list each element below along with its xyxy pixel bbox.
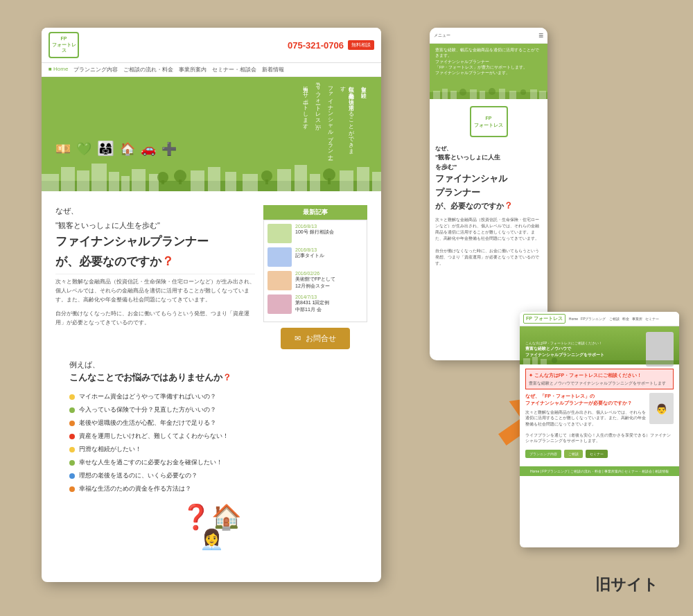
hamburger-icon[interactable]: ≡ (538, 30, 543, 40)
mobile-main-title: なぜ、 "観客といっしょに人生を歩む" ファイナンシャルプランナー が、必要なの… (430, 145, 547, 213)
bullet-1 (69, 394, 75, 400)
hero-text-1: 豊富な経験、 (359, 82, 367, 159)
old-site-hero: こんな方はFP・フォートレスにご相談ください！ 豊富な経験とノウハウでファイナン… (520, 326, 679, 364)
hero-cross-icon: ➕ (161, 141, 177, 157)
old-red-promo-box: ✦ こんな方はFP・フォートレスにご相談ください！ 豊富な経験とノウハウでファイ… (525, 369, 674, 389)
why-title-line3: ファイナンシャルプランナー (55, 234, 255, 250)
character-illustration: ❓🏠 👩‍💼 (69, 500, 353, 551)
news-date-1: 2016/8/13 (295, 224, 334, 229)
worries-heading: 例えば、 こんなことでお悩みではありませんか？ (69, 360, 353, 384)
old-site-nav: Home FPプランニング ご相談 料金 事業所 セミナー (569, 317, 659, 321)
why-body-text: 次々と難解な金融商品（投資信託・生命保険・住宅ローンなど）が生み出され、個人レベ… (55, 278, 255, 304)
bullet-4 (69, 434, 75, 439)
svg-point-45 (552, 358, 557, 363)
svg-rect-35 (499, 89, 505, 99)
contact-btn-wrap: ✉ お問合せ (263, 328, 367, 349)
svg-rect-20 (295, 165, 307, 191)
news-item-4[interactable]: 2014/7/13 第8431 1回定例中部11月 会 (267, 294, 363, 314)
old-nav-home[interactable]: Home (569, 317, 578, 321)
svg-rect-44 (541, 359, 547, 364)
example-line1: 例えば、 (69, 360, 353, 370)
mobile-menu-text: メニュー (434, 33, 450, 39)
nav-planning[interactable]: プランニング内容 (73, 66, 118, 73)
nav-info[interactable]: 新着情報 (262, 66, 284, 73)
worry-7: 理想の老後を送るのに、いくら必要なの？ (69, 471, 353, 480)
hero-house-icon: 🏠 (120, 141, 135, 157)
svg-rect-19 (277, 169, 291, 191)
news-thumb-1 (267, 224, 292, 243)
news-date-4: 2014/7/13 (295, 294, 329, 299)
bullet-3 (69, 421, 75, 426)
old-site-screenshot: FP フォートレス Home FPプランニング ご相談 料金 事業所 セミナー … (520, 312, 679, 547)
bullet-2 (69, 407, 75, 413)
svg-rect-3 (77, 170, 89, 191)
hero-text-3: ファイナンシャルプランナー (326, 82, 334, 159)
worry-4: 資産を運用したいけれど、難しくてよくわからない！ (69, 432, 353, 441)
old-footer-links: プランニング内容 ご相談 セミナー (525, 450, 674, 458)
news-date-3: 2016/02/26 (295, 271, 335, 276)
hero-text-5: 豊力にサポートします。 (301, 82, 309, 159)
old-nav-seminar[interactable]: セミナー (645, 317, 659, 321)
old-nav-office[interactable]: 事業所 (632, 317, 642, 321)
mobile-skyline (430, 85, 547, 99)
svg-rect-33 (480, 91, 485, 99)
free-consult-button[interactable]: 無料相談 (348, 40, 374, 50)
old-nav-fp[interactable]: FPプランニング (581, 317, 606, 321)
mobile-body-text: 次々と難解な金融商品（投資信託・生命保険・住宅ローンなど）が生み出され、個人レベ… (430, 213, 547, 271)
svg-rect-24 (340, 170, 353, 191)
worry-1: マイホーム資金はどうやって準備すればいいの？ (69, 392, 353, 401)
why-title-line1: なぜ、 (55, 205, 255, 217)
mobile-hero-text: 豊富な経験、幅広な金融商品を適切に活用することができます。 ファイナンシャルプラ… (435, 47, 542, 76)
news-item-3[interactable]: 2016/02/26 美術館でFPとして12月例会スター (267, 271, 363, 290)
svg-rect-15 (225, 172, 236, 191)
svg-rect-13 (191, 170, 204, 191)
bullet-6 (69, 460, 75, 466)
news-thumb-4 (267, 294, 292, 314)
old-nav-fee[interactable]: 料金 (622, 317, 629, 321)
svg-rect-38 (530, 89, 537, 99)
svg-rect-23 (328, 178, 331, 184)
news-item-1[interactable]: 2016/8/13 100号 銀行相談会 (267, 224, 363, 243)
old-site-footer: Home | FPプランニング | ご相談の流れ・料金 | 事業所案内 | セミ… (520, 466, 679, 476)
old-person-image: 👨 (649, 393, 674, 424)
svg-rect-26 (372, 172, 381, 191)
main-site-screenshot: FPフォートレス 075-321-0706 無料相談 ■ Home プランニング… (42, 28, 381, 582)
svg-rect-8 (149, 174, 159, 191)
svg-rect-29 (442, 89, 448, 99)
worry-8: 幸福な生活のための資金を作る方法は？ (69, 484, 353, 493)
nav-home[interactable]: ■ Home (49, 66, 68, 73)
site-header: FPフォートレス 075-321-0706 無料相談 (42, 28, 381, 63)
svg-rect-14 (208, 167, 220, 191)
old-planning-button[interactable]: プランニング内容 (525, 450, 561, 458)
svg-rect-43 (532, 357, 538, 364)
svg-rect-1 (42, 174, 59, 191)
nav-seminar[interactable]: セミナー・相談会 (212, 66, 256, 73)
news-thumb-3 (267, 271, 292, 290)
hero-people-icon: 👨‍👩‍👧 (97, 140, 114, 157)
old-nav-consult[interactable]: ご相談 (609, 317, 620, 321)
mobile-header: メニュー ≡ (430, 28, 547, 44)
why-title-line2: "観客といっしょに人生を歩む" (55, 220, 255, 231)
news-title-1: 100号 銀行相談会 (295, 229, 334, 236)
nav-flow[interactable]: ご相談の流れ・料金 (123, 66, 173, 73)
question-mark: ？ (161, 254, 174, 268)
svg-rect-5 (109, 172, 119, 191)
old-seminar-button[interactable]: セミナー (586, 450, 608, 458)
old-site-content: ✦ こんな方はFP・フォートレスにご相談ください！ 豊富な経験とノウハウでファイ… (520, 364, 679, 462)
hero-heart-icon: 💚 (76, 141, 91, 157)
hero-car-icon: 🚗 (141, 141, 156, 157)
old-site-header: FP フォートレス Home FPプランニング ご相談 料金 事業所 セミナー (520, 312, 679, 326)
news-box-body: 2016/8/13 100号 銀行相談会 2016/8/13 記事タイトル (263, 220, 367, 322)
news-item-2[interactable]: 2016/8/13 記事タイトル (267, 247, 363, 267)
contact-button[interactable]: ✉ お問合せ (281, 328, 350, 349)
content-with-sidebar: なぜ、 "観客といっしょに人生を歩む" ファイナンシャルプランナー が、必要なの… (55, 205, 367, 349)
hero-section: 豊富な経験、 幅広な金融商品を適切に活用することができます。 ファイナンシャルプ… (42, 77, 381, 191)
logo-fp: FPフォートレス (50, 36, 78, 53)
old-site-logo: FP フォートレス (523, 314, 565, 324)
news-content-3: 2016/02/26 美術館でFPとして12月例会スター (295, 271, 335, 290)
svg-rect-42 (523, 358, 530, 364)
nav-office[interactable]: 事業所案内 (179, 66, 207, 73)
bullet-8 (69, 486, 75, 492)
old-contact-button[interactable]: ご相談 (564, 450, 583, 458)
mobile-logo-section: FPフォートレス (430, 99, 547, 145)
